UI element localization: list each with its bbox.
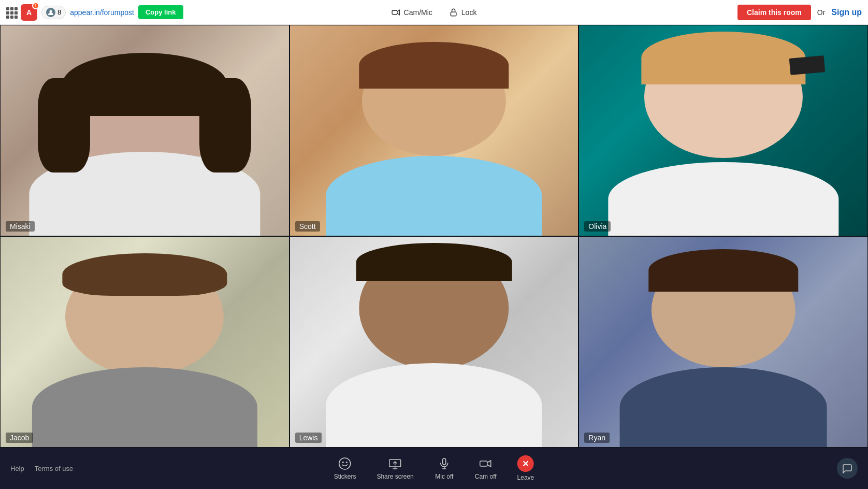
cam-mic-button[interactable]: Cam/Mic (392, 8, 432, 17)
user-count-badge[interactable]: 8 (41, 6, 66, 19)
participant-photo-misaki (1, 25, 289, 236)
or-text: Or (817, 8, 826, 17)
leave-icon: ✕ (517, 455, 534, 472)
mic-off-label: Mic off (435, 473, 453, 480)
nav-right: Claim this room Or Sign up (737, 5, 862, 20)
nav-center: Cam/Mic Lock (392, 8, 477, 17)
participant-name-scott: Scott (295, 221, 320, 232)
video-cell-olivia: Olivia (578, 25, 868, 236)
stickers-icon (338, 456, 352, 471)
participant-photo-lewis (290, 237, 578, 447)
participant-photo-olivia (579, 25, 867, 236)
help-link[interactable]: Help (10, 465, 24, 472)
chat-area (837, 458, 858, 479)
video-cell-scott: Scott (290, 25, 579, 236)
chat-button[interactable] (837, 458, 858, 479)
share-screen-button[interactable]: Share screen (368, 452, 422, 484)
app-label: A (26, 8, 32, 17)
svg-rect-7 (443, 458, 446, 465)
share-screen-icon (388, 456, 402, 471)
footer-links: Help Terms of use (10, 465, 73, 472)
svg-point-3 (339, 458, 351, 469)
cam-off-label: Cam off (475, 473, 497, 480)
toolbar: Stickers Share screen Mic (326, 451, 543, 485)
lock-icon (449, 8, 458, 17)
room-url-link[interactable]: appear.in/forumpost (70, 8, 134, 17)
stickers-label: Stickers (334, 473, 356, 480)
cam-icon (479, 456, 493, 471)
share-screen-label: Share screen (377, 473, 413, 480)
video-cell-ryan: Ryan (578, 236, 868, 448)
svg-rect-2 (451, 12, 457, 16)
lock-label: Lock (461, 8, 477, 17)
grid-icon[interactable] (6, 7, 17, 18)
app-notification-badge: 1 (32, 2, 39, 9)
cam-mic-label: Cam/Mic (404, 8, 432, 17)
participant-name-olivia: Olivia (584, 221, 611, 232)
participant-photo-jacob (1, 237, 289, 447)
participant-name-lewis: Lewis (295, 433, 322, 443)
participant-name-ryan: Ryan (584, 433, 610, 443)
nav-left: A 1 8 appear.in/forumpost Copy link (6, 4, 183, 21)
sign-up-link[interactable]: Sign up (831, 8, 862, 17)
video-cell-jacob: Jacob (0, 236, 290, 448)
avatar-icon (46, 8, 55, 17)
svg-rect-1 (392, 10, 397, 15)
video-cell-lewis: Lewis (290, 236, 579, 448)
participant-name-jacob: Jacob (6, 433, 33, 443)
cam-off-button[interactable]: Cam off (467, 452, 505, 484)
user-count-number: 8 (57, 8, 61, 16)
terms-link[interactable]: Terms of use (35, 465, 73, 472)
participant-photo-ryan (579, 237, 867, 447)
svg-point-0 (50, 10, 52, 12)
top-nav: A 1 8 appear.in/forumpost Copy link Cam/… (0, 0, 868, 25)
claim-room-button[interactable]: Claim this room (737, 5, 811, 20)
svg-point-5 (346, 462, 348, 463)
participant-name-misaki: Misaki (6, 221, 35, 232)
mic-off-button[interactable]: Mic off (426, 452, 462, 484)
participant-photo-scott (290, 25, 578, 236)
leave-label: Leave (517, 474, 534, 481)
video-grid: Misaki Scott Olivia Jacob (0, 25, 868, 448)
app-badge[interactable]: A 1 (21, 4, 37, 21)
svg-point-4 (342, 462, 344, 463)
stickers-button[interactable]: Stickers (326, 452, 365, 484)
video-cell-misaki: Misaki (0, 25, 290, 236)
cam-mic-icon (392, 8, 401, 17)
bottom-bar: Help Terms of use Stickers (0, 448, 868, 489)
leave-button[interactable]: ✕ Leave (509, 451, 543, 485)
mic-icon (437, 456, 452, 471)
copy-link-button[interactable]: Copy link (138, 5, 183, 19)
svg-rect-8 (480, 461, 487, 466)
lock-button[interactable]: Lock (449, 8, 477, 17)
